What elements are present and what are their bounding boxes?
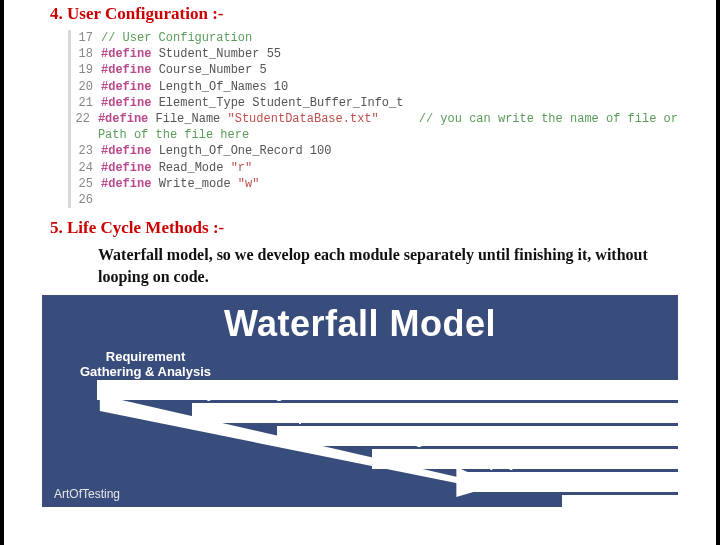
code-line: 24#define Read_Mode "r" [75, 160, 708, 176]
code-line: 21#define Element_Type Student_Buffer_In… [75, 95, 708, 111]
section-4-heading: 4. User Configuration :- [50, 4, 708, 24]
line-number: 26 [75, 192, 101, 208]
code-line: 19#define Course_Number 5 [75, 62, 708, 78]
line-number: 22 [75, 111, 98, 143]
code-block-user-config: 17// User Configuration18#define Student… [68, 30, 708, 208]
svg-marker-0 [100, 395, 466, 485]
line-number: 25 [75, 176, 101, 192]
code-content: #define Course_Number 5 [101, 62, 267, 78]
code-line: 26 [75, 192, 708, 208]
line-number: 19 [75, 62, 101, 78]
line-number: 21 [75, 95, 101, 111]
waterfall-figure: Waterfall Model RequirementGathering & A… [42, 295, 678, 507]
code-line: 18#define Student_Number 55 [75, 46, 708, 62]
line-number: 23 [75, 143, 101, 159]
code-content: #define Write_mode "w" [101, 176, 259, 192]
arrow-icon [42, 295, 678, 507]
line-number: 20 [75, 79, 101, 95]
code-content: #define Length_Of_One_Record 100 [101, 143, 331, 159]
code-line: 25#define Write_mode "w" [75, 176, 708, 192]
code-content: // User Configuration [101, 30, 252, 46]
figure-watermark: ArtOfTesting [54, 487, 120, 501]
code-line: 22#define File_Name "StudentDataBase.txt… [75, 111, 708, 143]
line-number: 24 [75, 160, 101, 176]
code-content: #define Read_Mode "r" [101, 160, 252, 176]
code-content: #define Length_Of_Names 10 [101, 79, 288, 95]
line-number: 18 [75, 46, 101, 62]
code-content: #define File_Name "StudentDataBase.txt"/… [98, 111, 708, 143]
code-line: 23#define Length_Of_One_Record 100 [75, 143, 708, 159]
code-content: #define Element_Type Student_Buffer_Info… [101, 95, 403, 111]
section-5-body: Waterfall model, so we develop each modu… [98, 244, 668, 287]
section-5-heading: 5. Life Cycle Methods :- [50, 218, 708, 238]
code-content: #define Student_Number 55 [101, 46, 281, 62]
code-line: 20#define Length_Of_Names 10 [75, 79, 708, 95]
code-line: 17// User Configuration [75, 30, 708, 46]
line-number: 17 [75, 30, 101, 46]
svg-marker-1 [456, 467, 496, 497]
